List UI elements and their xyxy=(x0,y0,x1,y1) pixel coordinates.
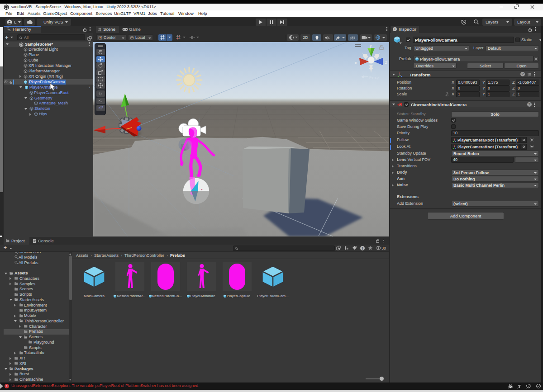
svg-text:y: y xyxy=(370,43,372,48)
svg-text:x: x xyxy=(355,61,357,65)
svg-text:Persp: Persp xyxy=(369,76,379,80)
svg-text:z: z xyxy=(385,60,387,65)
